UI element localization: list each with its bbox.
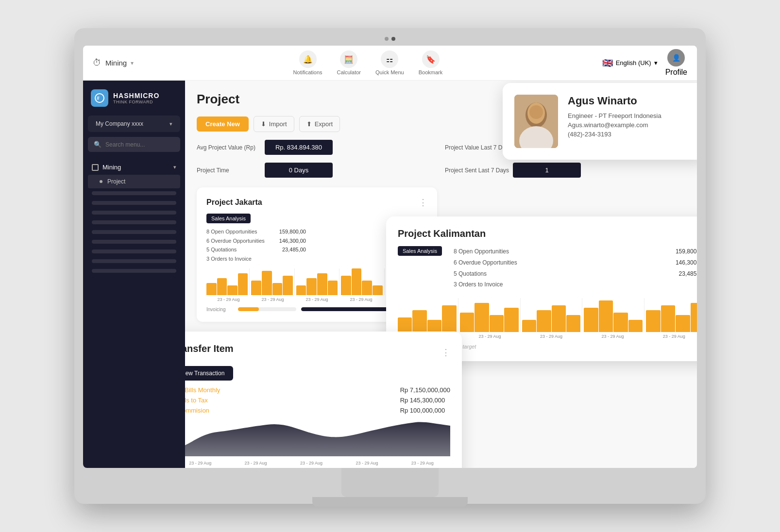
profile-phone: (482)-234-3193	[568, 131, 695, 138]
bar	[227, 285, 237, 295]
bar	[427, 320, 441, 332]
transfer-values: Rp 7,150,000,000 Rp 145,300,000 Rp 100,0…	[400, 386, 450, 414]
chart-divider	[294, 268, 295, 295]
bar	[628, 320, 643, 332]
bar	[262, 271, 272, 295]
more-options-icon[interactable]: ⋮	[696, 229, 697, 239]
sidebar-item-label: Project	[107, 178, 125, 185]
card-title: Project Jakarta	[206, 198, 262, 207]
chart-divider	[582, 298, 582, 332]
svg-point-6	[529, 105, 543, 119]
notifications-button[interactable]: 🔔 Notifications	[293, 50, 322, 75]
transfer-labels: 250 Bills Monthly 6 Bills to Tax 4 Commi…	[185, 386, 220, 414]
bar	[398, 317, 412, 332]
sidebar: # HASHMICRO THINK FORWARD My Company xxx…	[83, 81, 185, 468]
bar	[661, 305, 675, 332]
transfer-value-3: Rp 100,000,000	[400, 407, 450, 414]
transfer-item-card: Transfer Item ⋮ New Transaction 250 Bill…	[185, 332, 462, 468]
import-button[interactable]: ⬇ Import	[254, 116, 294, 132]
profile-photo	[514, 95, 558, 148]
sidebar-item-project[interactable]: Project	[88, 175, 180, 188]
company-chevron-icon: ▾	[170, 121, 172, 127]
bar	[475, 303, 489, 332]
calculator-button[interactable]: 🧮 Calculator	[337, 50, 361, 75]
chart-divider	[339, 268, 339, 295]
profile-title: Engineer - PT Freeport Indonesia	[568, 112, 695, 119]
language-label: English (UK)	[616, 59, 651, 66]
search-menu-input[interactable]	[105, 141, 174, 148]
bar	[283, 276, 293, 295]
kal-chart-label: 23 - 29 Aug	[582, 334, 643, 339]
more-options-icon[interactable]: ⋮	[419, 197, 427, 208]
language-selector[interactable]: 🇬🇧 English (UK) ▾	[602, 58, 658, 68]
kal-chart-label: 23 - 29 Aug	[459, 334, 520, 339]
bar	[251, 281, 261, 295]
bar	[676, 315, 690, 332]
kal-body: Sales Analysis 8 Open Opportunities 6 Ov…	[398, 246, 697, 290]
transfer-chart-label: 23 - 29 Aug	[395, 461, 450, 466]
bar	[352, 268, 362, 295]
grid-icon: ⚏	[381, 50, 398, 68]
more-options-icon[interactable]: ⋮	[441, 347, 450, 358]
bar	[537, 310, 551, 332]
create-new-button[interactable]: Create New	[197, 116, 249, 132]
kal-stat-values: 159,800,00 146,300,00 23,485,00	[676, 246, 697, 279]
export-button[interactable]: ⬆ Export	[299, 116, 340, 132]
bar	[341, 276, 351, 295]
monitor-stand	[341, 468, 439, 497]
quickmenu-button[interactable]: ⚏ Quick Menu	[375, 50, 404, 75]
transfer-chart-labels: 23 - 29 Aug 23 - 29 Aug 23 - 29 Aug 23 -…	[185, 461, 450, 466]
bookmark-icon: 🔖	[422, 50, 440, 68]
profile-email: Agus.winarto@example.com	[568, 121, 695, 129]
skeleton-9	[92, 269, 176, 273]
chart-divider	[458, 298, 458, 332]
stat-labels: 8 Open Opportunities 6 Overdue Opportuni…	[206, 227, 265, 264]
transfer-label-2: 6 Bills to Tax	[185, 397, 220, 404]
bar	[362, 281, 372, 295]
bar	[460, 313, 474, 332]
profile-card: Agus Winarto Engineer - PT Freeport Indo…	[503, 83, 697, 160]
flag-icon: 🇬🇧	[602, 58, 613, 68]
transfer-chart-label: 23 - 29 Aug	[185, 461, 228, 466]
chart-label: 23 - 29 Aug	[339, 297, 383, 302]
card-header: Project Jakarta ⋮	[206, 197, 427, 208]
avg-project-value-stat: Avg Project Value (Rp) Rp. 834.894.380	[197, 140, 437, 155]
bar	[584, 308, 598, 332]
module-checkbox[interactable]	[92, 164, 99, 171]
transfer-value-1: Rp 7,150,000,000	[400, 386, 450, 394]
transfer-title: Transfer Item	[185, 343, 234, 354]
invoicing-bar-bg	[238, 307, 296, 311]
transfer-chart-label: 23 - 29 Aug	[284, 461, 339, 466]
bar	[373, 285, 383, 295]
module-selector[interactable]: ⏱ Mining ▾	[93, 58, 134, 68]
project-sent-last-stat: Project Sent Last 7 Days 1	[445, 163, 685, 178]
sidebar-module-mining[interactable]: Mining ▾	[88, 160, 180, 175]
skeleton-8	[92, 259, 176, 263]
bookmark-button[interactable]: 🔖 Bookmark	[419, 50, 443, 75]
bar	[646, 310, 660, 332]
bell-icon: 🔔	[299, 50, 317, 68]
skeleton-3	[92, 211, 176, 215]
new-transaction-button[interactable]: New Transaction	[185, 366, 233, 381]
module-chevron-icon: ▾	[173, 164, 176, 170]
calculator-icon: 🧮	[340, 50, 357, 68]
bar	[566, 315, 580, 332]
area-chart	[185, 420, 450, 459]
bar	[490, 315, 504, 332]
bar	[504, 308, 518, 332]
profile-button[interactable]: 👤 Profile	[665, 49, 687, 77]
main-content: Project 🔍 Create New ⬇ Import ⬆ Export	[185, 81, 697, 468]
profile-name: Agus Winarto	[568, 95, 695, 107]
company-selector[interactable]: My Company xxxx ▾	[88, 116, 180, 132]
nav-right: 🇬🇧 English (UK) ▾ 👤 Profile	[602, 49, 687, 77]
bar	[217, 278, 227, 295]
profile-info: Agus Winarto Engineer - PT Freeport Indo…	[568, 95, 695, 140]
bar	[238, 273, 248, 295]
bar	[522, 320, 536, 332]
logo-text: HASHMICRO THINK FORWARD	[113, 92, 159, 104]
skeleton-2	[92, 201, 176, 205]
module-name: Mining	[105, 59, 127, 67]
sidebar-section-mining: Mining ▾ Project	[83, 160, 185, 188]
transfer-header: Transfer Item ⋮	[185, 343, 450, 361]
skeleton-5	[92, 230, 176, 234]
